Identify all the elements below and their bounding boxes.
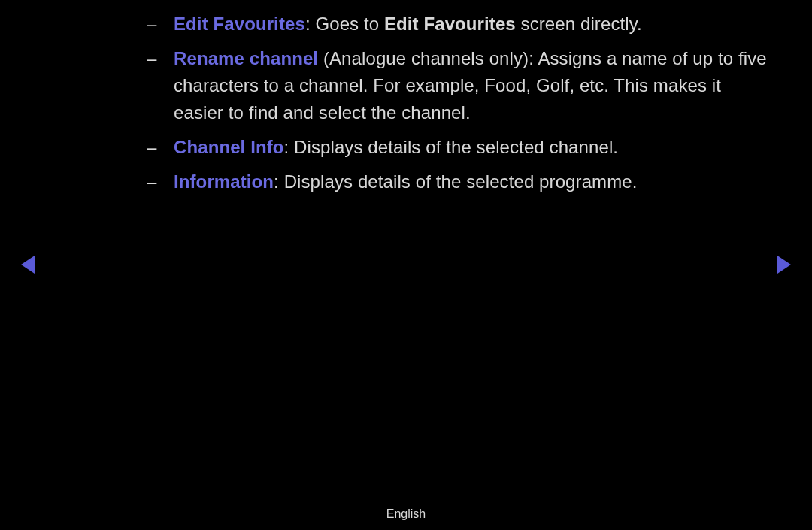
term-label: Edit Favourites: [174, 14, 305, 34]
separator: :: [284, 137, 295, 157]
separator: :: [305, 14, 316, 34]
list-item: – Rename channel (Analogue channels only…: [147, 45, 771, 126]
next-page-arrow-icon[interactable]: [777, 256, 791, 274]
desc-bold: Edit Favourites: [384, 14, 516, 34]
item-body: Channel Info: Displays details of the se…: [174, 134, 771, 161]
desc-post: screen directly.: [516, 14, 642, 34]
item-body: Information: Displays details of the sel…: [174, 168, 771, 195]
item-body: Rename channel (Analogue channels only):…: [174, 45, 771, 126]
term-label: Channel Info: [174, 137, 284, 157]
term-label: Rename channel: [174, 48, 318, 68]
separator: [318, 48, 323, 68]
list-item: – Channel Info: Displays details of the …: [147, 134, 771, 161]
desc-pre: Displays details of the selected program…: [284, 171, 638, 192]
list-item: – Edit Favourites: Goes to Edit Favourit…: [147, 11, 771, 38]
footer-language: English: [0, 507, 812, 521]
bullet-dash: –: [147, 45, 174, 72]
desc-pre: Displays details of the selected channel…: [294, 137, 618, 157]
term-label: Information: [174, 171, 274, 192]
list-item: – Information: Displays details of the s…: [147, 168, 771, 195]
bullet-dash: –: [147, 168, 174, 195]
separator: :: [274, 171, 284, 192]
bullet-dash: –: [147, 134, 174, 161]
prev-page-arrow-icon[interactable]: [21, 256, 35, 274]
desc-pre: Goes to: [315, 14, 384, 34]
bullet-dash: –: [147, 11, 174, 38]
item-body: Edit Favourites: Goes to Edit Favourites…: [174, 11, 771, 38]
help-content: – Edit Favourites: Goes to Edit Favourit…: [147, 11, 771, 203]
